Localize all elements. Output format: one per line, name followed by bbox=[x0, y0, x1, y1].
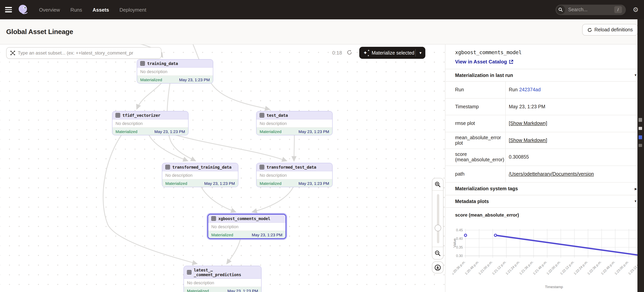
asset-filter-input-wrap bbox=[6, 47, 162, 59]
asset-name: test_data bbox=[266, 113, 288, 118]
asset-node-transformed-training-data[interactable]: transformed_training_data No description… bbox=[162, 163, 238, 187]
section-materialization-system-tags[interactable]: Materialization system tags ▶ bbox=[446, 183, 644, 195]
section-metadata-plots[interactable]: Metadata plots ▼ bbox=[446, 195, 644, 207]
chevron-down-icon: ▼ bbox=[634, 200, 637, 203]
section-materialization-in-last-run[interactable]: Materialization in last run ▼ bbox=[446, 69, 644, 81]
asset-node-test-data[interactable]: test_data No description MaterializedMay… bbox=[256, 111, 332, 135]
row-label: rmse plot bbox=[446, 115, 506, 132]
download-image-button[interactable] bbox=[432, 261, 444, 273]
asset-node-transformed-test-data[interactable]: transformed_test_data No description Mat… bbox=[256, 163, 332, 187]
chevron-right-icon: ▶ bbox=[635, 187, 637, 190]
svg-text:Value: Value bbox=[452, 238, 457, 247]
row-label: Run bbox=[446, 82, 506, 98]
materialize-dropdown-caret[interactable]: ▼ bbox=[415, 49, 425, 57]
zoom-slider[interactable] bbox=[432, 191, 443, 247]
table-icon bbox=[260, 165, 264, 169]
show-markdown-link[interactable]: [Show Markdown] bbox=[509, 138, 547, 143]
search-icon bbox=[556, 5, 565, 14]
asset-node-tfidf-vectorizer[interactable]: tfidf_vectorizer No description Material… bbox=[112, 111, 188, 135]
materialization-metadata-table: Run Run242374ad Timestamp May 23, 1:23 P… bbox=[446, 81, 644, 183]
nav-item-runs[interactable]: Runs bbox=[70, 7, 82, 13]
table-row: score (mean_absolute_error) 0.300855 bbox=[446, 149, 644, 166]
asset-name: transformed_training_data bbox=[172, 165, 232, 169]
asset-detail-panel: xgboost_comments_model View in Asset Cat… bbox=[445, 45, 644, 292]
lineage-canvas[interactable]: training_data No description Materialize… bbox=[0, 45, 445, 292]
asset-description: No description bbox=[184, 279, 261, 287]
status-badge: Materialized bbox=[211, 232, 233, 237]
status-badge: Materialized bbox=[260, 129, 282, 134]
dagster-logo[interactable] bbox=[18, 4, 29, 16]
materialized-timestamp[interactable]: May 23, 1:23 PM bbox=[298, 181, 329, 185]
asset-description: No description bbox=[162, 171, 238, 179]
svg-text:1:21:12 p.m.: 1:21:12 p.m. bbox=[492, 260, 507, 275]
app-window: Overview Runs Assets Deployment / ⚙ Glob… bbox=[0, 0, 644, 292]
row-label: mean_absolute_error plot bbox=[446, 132, 506, 149]
nav-item-assets[interactable]: Assets bbox=[92, 7, 109, 13]
nav-item-deployment[interactable]: Deployment bbox=[119, 7, 146, 13]
svg-text:1:22:12 p.m.: 1:22:12 p.m. bbox=[560, 260, 575, 275]
table-icon bbox=[211, 216, 216, 221]
table-icon bbox=[116, 113, 120, 118]
status-badge: Materialized bbox=[116, 129, 137, 134]
refresh-timer: 0:18 bbox=[332, 50, 342, 56]
table-icon bbox=[187, 270, 192, 274]
asset-name: tfidf_vectorizer bbox=[122, 113, 160, 118]
hamburger-menu-icon[interactable] bbox=[5, 7, 12, 12]
svg-text:0.40: 0.40 bbox=[456, 237, 463, 240]
materialize-selected-button-group: ✦✦✦ Materialize selected ▼ bbox=[359, 47, 425, 59]
panel-asset-title: xgboost_comments_model bbox=[446, 49, 644, 55]
materialized-timestamp[interactable]: May 23, 1:23 PM bbox=[252, 232, 282, 237]
asset-name: xgboost_comments_model bbox=[218, 216, 270, 221]
external-link-icon bbox=[509, 59, 514, 64]
zoom-in-button[interactable] bbox=[432, 178, 443, 191]
table-row: mean_absolute_error plot [Show Markdown] bbox=[446, 132, 644, 149]
top-nav: Overview Runs Assets Deployment / ⚙ bbox=[0, 0, 644, 19]
zoom-out-button[interactable] bbox=[432, 247, 443, 259]
settings-gear-icon[interactable]: ⚙ bbox=[633, 7, 639, 13]
asset-description: No description bbox=[208, 223, 286, 231]
zoom-slider-handle[interactable] bbox=[434, 225, 441, 231]
row-label: path bbox=[446, 166, 506, 182]
refresh-icon[interactable] bbox=[346, 50, 352, 55]
global-search[interactable]: / bbox=[556, 5, 626, 15]
materialize-selected-button[interactable]: ✦✦✦ Materialize selected bbox=[359, 50, 415, 56]
asset-node-training-data[interactable]: training_data No description Materialize… bbox=[137, 59, 213, 84]
view-in-asset-catalog-link[interactable]: View in Asset Catalog bbox=[446, 59, 514, 65]
materialized-timestamp[interactable]: May 23, 1:23 PM bbox=[227, 288, 258, 292]
asset-node-xgboost-comments-model[interactable]: xgboost_comments_model No description Ma… bbox=[208, 214, 286, 239]
sparkle-icon: ✦✦✦ bbox=[364, 50, 369, 56]
show-markdown-link[interactable]: [Show Markdown] bbox=[509, 121, 547, 126]
table-icon bbox=[140, 61, 145, 66]
status-badge: Materialized bbox=[260, 181, 282, 185]
svg-text:1:21:36 p.m.: 1:21:36 p.m. bbox=[519, 260, 534, 275]
run-id-link[interactable]: 242374ad bbox=[519, 87, 541, 93]
reload-definitions-button[interactable]: Reload definitions bbox=[582, 24, 638, 36]
asset-name: training_data bbox=[147, 61, 178, 66]
materialized-timestamp[interactable]: May 23, 1:23 PM bbox=[204, 181, 235, 185]
materialized-timestamp[interactable]: May 23, 1:23 PM bbox=[298, 129, 329, 134]
asset-description: No description bbox=[256, 120, 332, 128]
search-input[interactable] bbox=[568, 7, 607, 12]
svg-text:1:23:00 p.m.: 1:23:00 p.m. bbox=[614, 260, 629, 275]
metadata-plot-title: score (mean_absolute_error) bbox=[446, 212, 644, 218]
svg-text:1:21:48 p.m.: 1:21:48 p.m. bbox=[532, 260, 548, 275]
row-label: score (mean_absolute_error) bbox=[446, 149, 506, 165]
nav-item-overview[interactable]: Overview bbox=[39, 7, 60, 13]
path-link[interactable]: /Users/odetteharary/Documents/version bbox=[509, 171, 594, 177]
table-row: rmse plot [Show Markdown] bbox=[446, 115, 644, 132]
search-shortcut-key: / bbox=[614, 6, 622, 13]
asset-filter-input[interactable] bbox=[18, 50, 161, 56]
right-edge-strip bbox=[638, 19, 644, 292]
materialized-timestamp[interactable]: May 23, 1:23 PM bbox=[154, 129, 185, 134]
asset-description: No description bbox=[112, 120, 188, 128]
status-badge: Materialized bbox=[165, 181, 187, 185]
materialized-timestamp[interactable]: May 23, 1:23 PM bbox=[179, 77, 210, 82]
asset-description: No description bbox=[137, 68, 213, 76]
row-label: Timestamp bbox=[446, 98, 506, 115]
svg-text:0.45: 0.45 bbox=[456, 228, 463, 232]
svg-text:1:22:48 p.m.: 1:22:48 p.m. bbox=[600, 260, 616, 275]
score-line-chart: 1:20:36 p.m.1:20:48 p.m.1:21:00 p.m.1:21… bbox=[452, 220, 644, 291]
asset-name: transformed_test_data bbox=[266, 165, 316, 169]
asset-node-latest-comment-predictions[interactable]: latest_…_comment_predictions No descript… bbox=[184, 266, 262, 292]
zoom-controls bbox=[432, 178, 444, 259]
